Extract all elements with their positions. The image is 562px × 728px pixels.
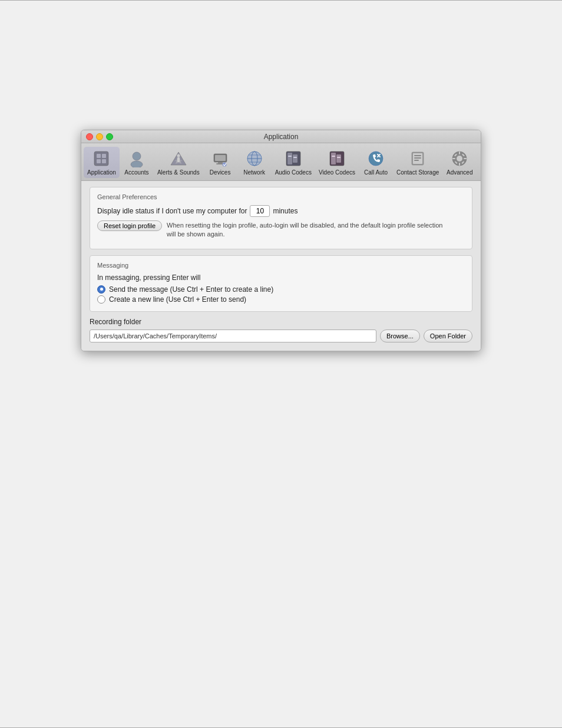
svg-rect-2: [97, 159, 101, 163]
svg-rect-31: [337, 157, 340, 158]
tab-accounts[interactable]: Accounts: [120, 147, 154, 178]
accounts-icon: [127, 149, 146, 168]
alerts-icon: [169, 149, 188, 168]
svg-rect-41: [459, 163, 460, 166]
svg-point-32: [369, 151, 383, 166]
tab-accounts-label: Accounts: [124, 169, 148, 176]
audio-codecs-icon: [284, 149, 303, 168]
svg-point-9: [177, 154, 180, 157]
radio-newline-row: Create a new line (Use Ctrl + Enter to s…: [97, 295, 465, 304]
svg-rect-4: [102, 159, 106, 163]
svg-rect-25: [288, 156, 292, 157]
tab-network-label: Network: [243, 169, 265, 176]
messaging-description: In messaging, pressing Enter will: [97, 274, 465, 282]
contact-storage-icon: [408, 149, 427, 168]
radio-send[interactable]: [97, 285, 105, 294]
folder-row: /Users/qa/Library/Caches/TemporaryItems/…: [90, 330, 472, 342]
tab-call-auto[interactable]: Call Auto: [359, 147, 393, 178]
window-title: Application: [264, 133, 299, 141]
idle-label-after: minutes: [273, 207, 297, 215]
tab-call-auto-label: Call Auto: [364, 169, 388, 176]
svg-rect-24: [293, 154, 297, 163]
content-area: General Preferences Display idle status …: [81, 181, 481, 351]
svg-rect-10: [177, 157, 180, 162]
call-auto-icon: [366, 149, 385, 168]
folder-path-display: /Users/qa/Library/Caches/TemporaryItems/: [90, 330, 376, 342]
video-codecs-icon: [328, 149, 346, 168]
tab-audio-codecs[interactable]: Audio Codecs: [272, 147, 315, 178]
tab-application-label: Application: [87, 169, 116, 176]
tab-contact-storage-label: Contact Storage: [396, 169, 439, 176]
tab-audio-codecs-label: Audio Codecs: [275, 169, 312, 176]
svg-rect-3: [102, 154, 106, 158]
svg-point-5: [133, 152, 141, 160]
messaging-section-title: Messaging: [97, 262, 465, 269]
radio-newline-label: Create a new line (Use Ctrl + Enter to s…: [109, 295, 246, 304]
tab-video-codecs-label: Video Codecs: [319, 169, 355, 176]
svg-point-39: [457, 156, 462, 162]
idle-minutes-input[interactable]: [250, 205, 270, 217]
tab-advanced[interactable]: Advanced: [442, 147, 477, 178]
tab-alerts-label: Alerts & Sounds: [157, 169, 200, 176]
messaging-section: Messaging In messaging, pressing Enter w…: [90, 255, 472, 312]
tab-video-codecs[interactable]: Video Codecs: [315, 147, 359, 178]
tab-application[interactable]: Application: [84, 147, 120, 178]
tab-network[interactable]: Network: [237, 147, 272, 178]
svg-rect-0: [94, 151, 108, 166]
tab-contact-storage[interactable]: Contact Storage: [393, 147, 442, 178]
svg-rect-30: [332, 156, 335, 157]
idle-label-before: Display idle status if I don't use my co…: [97, 207, 247, 215]
reset-login-profile-button[interactable]: Reset login profile: [97, 220, 162, 231]
svg-point-6: [131, 161, 143, 167]
open-folder-button[interactable]: Open Folder: [424, 330, 472, 342]
radio-send-label: Send the message (Use Ctrl + Enter to cr…: [109, 285, 273, 294]
svg-rect-28: [331, 153, 336, 164]
application-icon: [92, 149, 111, 168]
svg-rect-1: [97, 154, 101, 158]
toolbar: Application Accounts Alert: [81, 143, 481, 181]
title-bar: Application: [81, 130, 481, 143]
tab-devices[interactable]: Devices: [203, 147, 237, 178]
tab-devices-label: Devices: [210, 169, 231, 176]
svg-rect-42: [452, 158, 455, 159]
tab-advanced-label: Advanced: [447, 169, 472, 176]
devices-icon: [211, 149, 230, 168]
general-section-title: General Preferences: [97, 193, 465, 200]
advanced-icon: [450, 149, 469, 168]
reset-row: Reset login profile When resetting the l…: [97, 220, 465, 239]
recording-section: Recording folder /Users/qa/Library/Cache…: [90, 318, 472, 342]
tab-alerts[interactable]: Alerts & Sounds: [154, 147, 203, 178]
traffic-lights: [86, 133, 113, 140]
close-button[interactable]: [86, 133, 93, 140]
maximize-button[interactable]: [106, 133, 113, 140]
idle-status-row: Display idle status if I don't use my co…: [97, 205, 465, 217]
radio-send-row: Send the message (Use Ctrl + Enter to cr…: [97, 285, 465, 294]
network-icon: [245, 149, 264, 168]
reset-hint-text: When resetting the login profile, auto-l…: [167, 221, 449, 239]
radio-newline[interactable]: [97, 295, 105, 304]
svg-rect-43: [464, 158, 467, 159]
svg-rect-29: [336, 154, 341, 163]
svg-rect-26: [293, 157, 297, 158]
recording-title: Recording folder: [90, 318, 472, 326]
svg-rect-13: [218, 162, 223, 163]
svg-rect-12: [215, 155, 226, 161]
browse-button[interactable]: Browse...: [380, 330, 420, 342]
svg-rect-35: [414, 155, 421, 156]
svg-rect-40: [459, 151, 460, 154]
svg-rect-23: [287, 153, 292, 164]
minimize-button[interactable]: [96, 133, 103, 140]
svg-rect-36: [414, 157, 421, 159]
svg-rect-37: [414, 160, 419, 161]
application-window: Application Application: [81, 130, 481, 351]
general-preferences-section: General Preferences Display idle status …: [90, 187, 472, 249]
